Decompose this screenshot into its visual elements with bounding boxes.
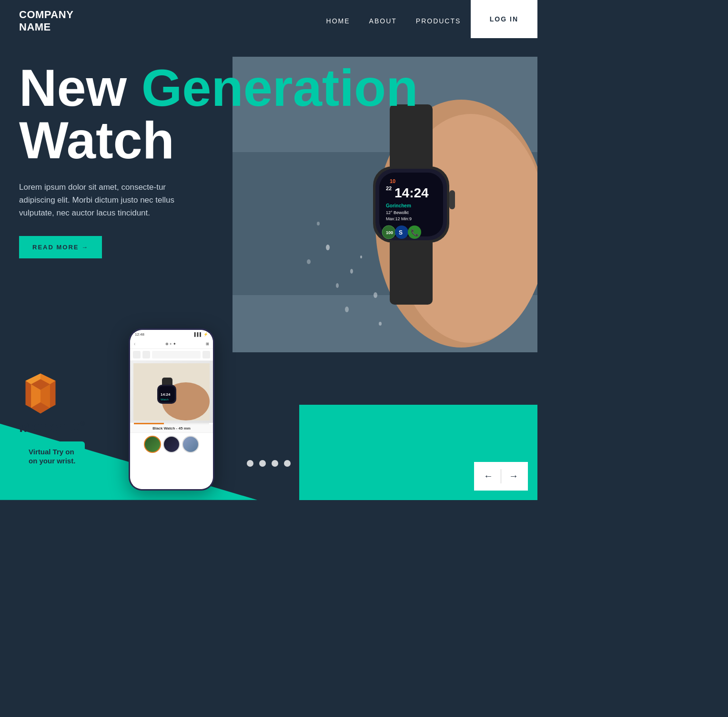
nav-home[interactable]: HOME <box>326 17 350 25</box>
svg-point-30 <box>345 307 349 312</box>
phone-mockup: 12:48 ▌▌▌ ⚡ ‹ ⊕ + ✦ ⊞ <box>129 328 214 491</box>
svg-text:12° Bewolkt: 12° Bewolkt <box>386 210 409 215</box>
svg-point-27 <box>360 256 362 258</box>
pagination-dots <box>247 460 291 467</box>
nav-arrows: ← → <box>474 462 528 491</box>
svg-text:22: 22 <box>386 185 392 191</box>
magento-name: Magento <box>19 418 80 435</box>
dot-1[interactable] <box>247 460 253 467</box>
svg-text:14:24: 14:24 <box>161 392 171 397</box>
hero-title: New Generation Watch <box>19 61 518 166</box>
next-arrow-button[interactable]: → <box>509 471 518 481</box>
svg-point-26 <box>336 283 339 288</box>
dot-4[interactable] <box>284 460 291 467</box>
phone-header: ‹ ⊕ + ✦ ⊞ <box>130 339 213 349</box>
svg-text:100: 100 <box>386 230 393 235</box>
phone-status-bar: 12:48 ▌▌▌ ⚡ <box>130 330 213 339</box>
svg-point-28 <box>307 259 311 264</box>
login-button[interactable]: LOG IN <box>471 0 537 38</box>
read-more-button[interactable]: READ MORE → <box>19 236 102 258</box>
navbar: COMPANY NAME HOME ABOUT PRODUCTS CONTACT… <box>0 0 537 42</box>
dot-3[interactable] <box>272 460 278 467</box>
svg-text:📞: 📞 <box>411 229 419 237</box>
svg-point-25 <box>374 292 377 298</box>
svg-point-23 <box>350 269 353 274</box>
arrow-divider <box>501 469 501 483</box>
svg-text:Gorinchem: Gorinchem <box>386 203 411 208</box>
nav-about[interactable]: ABOUT <box>369 17 397 25</box>
svg-point-24 <box>317 222 320 225</box>
magento-logo: Magento® <box>19 371 85 436</box>
phone-content: ‹ ⊕ + ✦ ⊞ <box>130 339 213 489</box>
svg-text:14:24: 14:24 <box>394 185 429 200</box>
prev-arrow-button[interactable]: ← <box>484 471 493 481</box>
logo: COMPANY NAME <box>19 9 73 34</box>
nav-products[interactable]: PRODUCTS <box>416 17 461 25</box>
svg-rect-21 <box>449 190 455 209</box>
hero-body-text: Lorem ipsum dolor sit amet, consecte-tur… <box>19 181 200 220</box>
phone-product-title: Black Watch - 45 mm <box>130 424 213 433</box>
svg-text:Watch: Watch <box>161 398 169 401</box>
thumb-dark[interactable] <box>163 436 180 453</box>
phone-thumbnails <box>130 433 213 456</box>
svg-point-22 <box>326 245 330 250</box>
virtual-try-button[interactable]: Virtual Try on on your wrist. <box>19 441 85 471</box>
svg-text:10: 10 <box>390 178 395 184</box>
phone-nav-icons <box>130 349 213 361</box>
magento-section: Magento® Virtual Try on on your wrist. <box>19 371 85 471</box>
svg-text:Max:12 Min:9: Max:12 Min:9 <box>386 216 412 221</box>
thumb-green[interactable] <box>144 436 161 453</box>
magento-icon <box>19 371 62 414</box>
svg-point-29 <box>379 322 382 326</box>
svg-text:S: S <box>399 229 403 236</box>
hero-section: 10 22 14:24 Gorinchem 12° Bewolkt Max:12… <box>0 42 537 500</box>
dot-2[interactable] <box>259 460 266 467</box>
thumb-blue[interactable] <box>182 436 199 453</box>
phone-product-image: 14:24 Watch <box>130 361 213 423</box>
